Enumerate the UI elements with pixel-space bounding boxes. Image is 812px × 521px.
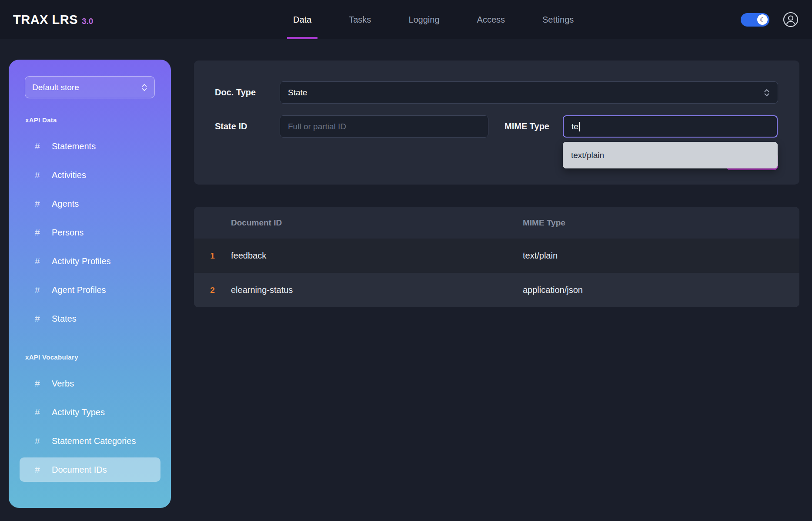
row-index: 2 [194,286,231,295]
store-select[interactable]: Default store [25,76,155,98]
sidebar-item-document-ids[interactable]: # Document IDs [9,455,171,484]
mime-type-column-header: MIME Type [523,218,799,228]
hash-icon: # [35,464,45,475]
sidebar-item-activities[interactable]: # Activities [9,161,171,189]
sidebar-item-states[interactable]: # States [9,304,171,333]
sidebar-item-activity-types[interactable]: # Activity Types [9,398,171,427]
hash-icon: # [35,378,45,389]
top-bar: TRAX LRS 3.0 Data Tasks Logging Access S… [0,0,812,39]
sidebar-item-persons[interactable]: # Persons [9,218,171,247]
chevron-up-down-icon [764,88,770,97]
xapi-vocabulary-items: # Verbs # Activity Types # Statement Cat… [9,369,171,484]
hash-icon: # [35,313,45,324]
sidebar-item-statement-categories[interactable]: # Statement Categories [9,427,171,455]
sidebar-item-verbs[interactable]: # Verbs [9,369,171,398]
section-label-xapi-data: xAPI Data [25,116,57,124]
hash-icon: # [35,436,45,446]
document-id-cell: feedback [231,251,523,261]
xapi-data-items: # Statements # Activities # Agents # Per… [9,132,171,333]
autocomplete-option-text-plain[interactable]: text/plain [563,142,778,168]
mime-type-label: MIME Type [505,121,549,131]
state-id-label: State ID [215,121,247,131]
hash-icon: # [35,198,45,209]
documents-table: Document ID MIME Type 1 feedback text/pl… [194,207,799,307]
chevron-up-down-icon [141,83,147,92]
mime-type-cell: application/json [523,285,799,295]
mime-type-autocomplete: text/plain [563,142,778,168]
hash-icon: # [35,285,45,295]
table-header-row: Document ID MIME Type [194,207,799,239]
mime-type-cell: text/plain [523,251,799,261]
state-id-field-wrap [280,115,488,138]
tab-logging[interactable]: Logging [402,0,445,39]
dark-mode-toggle[interactable]: ☾ [741,13,769,27]
hash-icon: # [35,141,45,151]
table-row: 1 feedback text/plain [194,239,799,273]
section-label-xapi-vocabulary: xAPI Vocabulary [25,353,78,361]
doc-type-value: State [288,88,764,97]
sidebar: Default store xAPI Data # Statements # A… [9,60,171,508]
tab-data[interactable]: Data [287,0,317,39]
doc-type-label: Doc. Type [215,87,256,97]
main-nav: Data Tasks Logging Access Settings [287,0,580,39]
doc-type-select[interactable]: State [280,81,778,104]
tab-tasks[interactable]: Tasks [343,0,377,39]
sidebar-item-activity-profiles[interactable]: # Activity Profiles [9,247,171,276]
user-account-button[interactable] [782,11,799,28]
tab-access[interactable]: Access [471,0,511,39]
hash-icon: # [35,227,45,238]
hash-icon: # [35,407,45,417]
sidebar-item-statements[interactable]: # Statements [9,132,171,161]
store-select-value: Default store [32,83,141,92]
mime-type-value: te [571,122,578,131]
sidebar-item-agents[interactable]: # Agents [9,189,171,218]
app-version: 3.0 [82,17,93,26]
hash-icon: # [35,170,45,180]
table-row: 2 elearning-status application/json [194,273,799,307]
row-index: 1 [194,251,231,261]
state-id-input[interactable] [288,122,480,131]
app-logo: TRAX LRS 3.0 [13,13,93,27]
moon-icon: ☾ [757,14,768,25]
text-cursor [579,122,580,131]
document-id-cell: elearning-status [231,285,523,295]
mime-type-input[interactable]: te [563,115,778,138]
user-icon [783,12,799,27]
app-title: TRAX LRS [13,13,78,27]
hash-icon: # [35,256,45,266]
document-id-column-header: Document ID [231,218,523,228]
sidebar-item-agent-profiles[interactable]: # Agent Profiles [9,276,171,304]
filter-panel: Doc. Type State State ID MIME Type te te… [194,61,799,185]
header-actions: ☾ [741,0,799,39]
tab-settings[interactable]: Settings [536,0,580,39]
